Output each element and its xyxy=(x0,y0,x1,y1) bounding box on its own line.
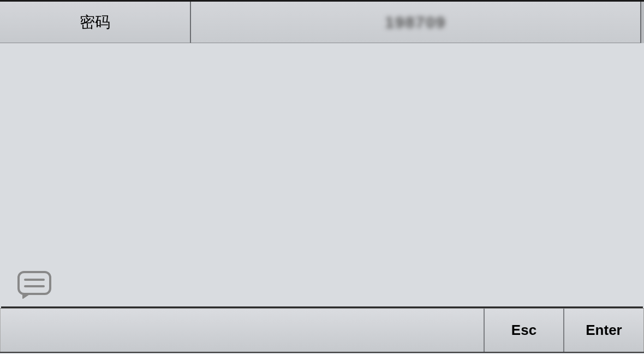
footer-spacer xyxy=(0,309,485,352)
footer-row: Esc Enter xyxy=(0,308,644,352)
password-label-text: 密码 xyxy=(80,12,110,33)
esc-button-label: Esc xyxy=(511,322,536,339)
content-area xyxy=(0,43,644,308)
content-divider xyxy=(1,306,643,308)
password-row: 密码 198709 xyxy=(0,2,644,43)
bottom-border xyxy=(0,352,644,353)
enter-button-label: Enter xyxy=(586,322,622,339)
password-label: 密码 xyxy=(0,2,191,43)
enter-button[interactable]: Enter xyxy=(564,309,644,352)
esc-button[interactable]: Esc xyxy=(485,309,564,352)
password-input-cell[interactable]: 198709 xyxy=(191,2,641,43)
password-masked-value: 198709 xyxy=(385,13,446,32)
svg-rect-0 xyxy=(19,272,50,294)
right-edge xyxy=(641,2,644,43)
keyboard-icon[interactable] xyxy=(17,270,51,300)
